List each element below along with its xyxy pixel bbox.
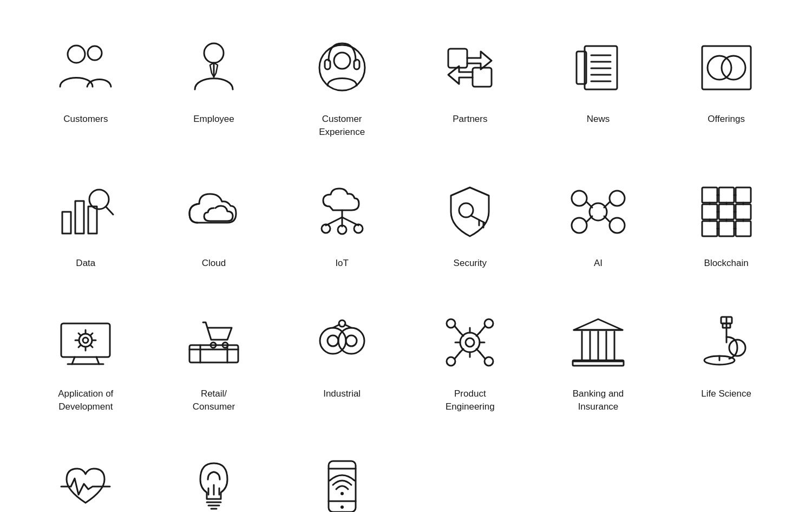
item-life-science[interactable]: Life Science [662, 291, 790, 435]
customer-experience-label: CustomerExperience [319, 113, 365, 139]
item-security[interactable]: Security [406, 160, 534, 291]
svg-line-33 [471, 216, 484, 223]
news-label: News [587, 113, 610, 126]
item-iot[interactable]: IoT [278, 160, 406, 291]
item-banking[interactable]: Banking andInsurance [534, 291, 663, 435]
employee-icon [179, 33, 249, 103]
svg-point-104 [484, 319, 493, 328]
app-dev-label: Application ofDevelopment [58, 387, 113, 413]
svg-rect-6 [325, 60, 330, 69]
ai-label: AI [594, 257, 603, 270]
item-employee[interactable]: Employee [150, 16, 278, 160]
item-customer-experience[interactable]: CustomerExperience [278, 16, 406, 160]
news-icon [563, 33, 633, 103]
svg-line-92 [345, 325, 351, 328]
item-news[interactable]: News [534, 16, 663, 160]
svg-rect-49 [719, 204, 734, 219]
item-app-dev[interactable]: Application ofDevelopment [22, 291, 150, 435]
svg-point-94 [466, 338, 474, 347]
svg-line-67 [72, 357, 75, 364]
svg-point-5 [334, 53, 350, 69]
customers-label: Customers [63, 113, 108, 126]
item-blockchain[interactable]: Blockchain [662, 160, 790, 291]
svg-rect-52 [719, 221, 734, 236]
svg-line-68 [96, 357, 99, 364]
ai-icon [563, 177, 633, 247]
svg-line-79 [78, 345, 81, 347]
svg-point-37 [572, 191, 587, 206]
item-data[interactable]: Data [22, 160, 150, 291]
item-partners[interactable]: Partners [406, 16, 534, 160]
retail-icon [179, 307, 249, 378]
employee-label: Employee [193, 113, 234, 126]
item-industrial[interactable]: Industrial [278, 291, 406, 435]
retail-label: Retail/Consumer [193, 387, 235, 413]
svg-line-107 [455, 326, 460, 333]
blockchain-icon [691, 177, 762, 247]
cloud-label: Cloud [202, 257, 226, 270]
svg-point-36 [590, 203, 607, 221]
svg-rect-47 [736, 187, 751, 203]
healthcare-icon [50, 451, 121, 512]
life-science-label: Life Science [701, 387, 751, 400]
item-innovation[interactable]: Innovation [150, 435, 278, 512]
customers-icon [50, 33, 121, 103]
svg-line-110 [480, 352, 485, 359]
svg-rect-48 [702, 204, 717, 219]
industrial-label: Industrial [323, 387, 361, 400]
svg-point-18 [708, 56, 731, 80]
offerings-label: Offerings [708, 113, 745, 126]
app-dev-icon [50, 307, 121, 378]
svg-rect-45 [702, 187, 717, 203]
svg-point-90 [339, 320, 345, 327]
svg-point-19 [722, 56, 745, 80]
svg-point-0 [68, 46, 85, 63]
product-engineering-icon [435, 307, 505, 378]
svg-point-71 [83, 338, 88, 343]
partners-label: Partners [453, 113, 487, 126]
svg-point-87 [328, 335, 338, 346]
industrial-icon [307, 307, 377, 378]
item-cloud[interactable]: Cloud [150, 160, 278, 291]
iot-label: IoT [335, 257, 349, 270]
item-healthcare[interactable]: Healthcare [22, 435, 150, 512]
banking-icon [563, 307, 633, 378]
offerings-icon [691, 33, 762, 103]
svg-line-77 [90, 345, 93, 347]
item-offerings[interactable]: Offerings [662, 16, 790, 160]
svg-rect-20 [62, 212, 71, 234]
svg-line-24 [106, 207, 113, 215]
innovation-icon [179, 451, 249, 512]
security-label: Security [454, 257, 487, 270]
item-customers[interactable]: Customers [22, 16, 150, 160]
svg-rect-7 [354, 60, 359, 69]
svg-rect-51 [702, 221, 717, 236]
svg-point-38 [610, 191, 625, 206]
svg-point-2 [204, 43, 224, 63]
svg-line-78 [90, 333, 93, 335]
item-mobile[interactable]: Mobile [278, 435, 406, 512]
svg-point-39 [572, 218, 587, 233]
svg-rect-9 [473, 68, 492, 87]
customer-experience-icon [307, 33, 377, 103]
svg-point-1 [88, 46, 102, 60]
data-icon [50, 177, 121, 247]
svg-point-136 [340, 492, 344, 495]
svg-rect-66 [61, 323, 110, 357]
svg-line-43 [587, 216, 592, 222]
item-retail[interactable]: Retail/Consumer [150, 291, 278, 435]
item-ai[interactable]: AI [534, 160, 663, 291]
svg-rect-8 [448, 49, 467, 68]
svg-point-88 [338, 328, 364, 354]
mobile-icon [307, 451, 377, 512]
product-engineering-label: ProductEngineering [446, 387, 495, 413]
svg-line-76 [78, 333, 81, 335]
svg-point-103 [447, 319, 455, 328]
cloud-icon [179, 177, 249, 247]
data-label: Data [76, 257, 95, 270]
svg-point-106 [484, 357, 493, 366]
svg-rect-17 [702, 46, 751, 89]
item-product-engineering[interactable]: ProductEngineering [406, 291, 534, 435]
svg-rect-22 [88, 206, 97, 234]
life-science-icon [691, 307, 762, 378]
